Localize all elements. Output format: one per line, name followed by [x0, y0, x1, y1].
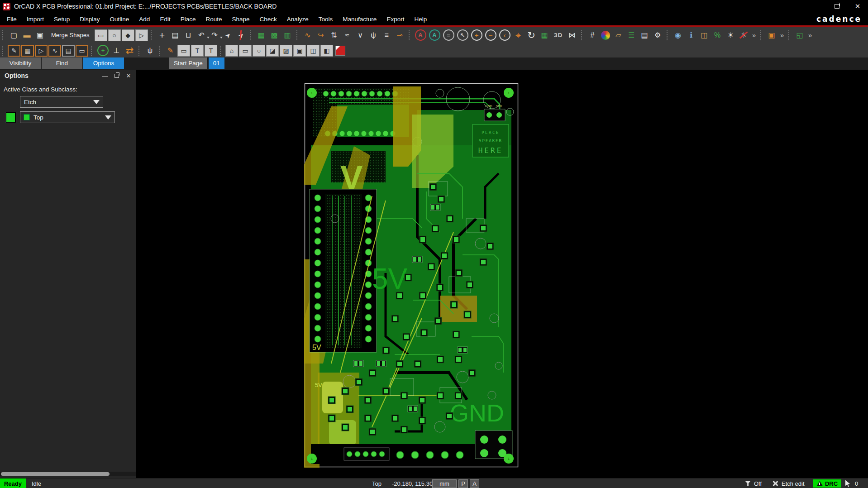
redraw-icon[interactable]: ↻ [525, 29, 538, 41]
shape-circle-icon[interactable]: ○ [108, 29, 121, 41]
reports-icon[interactable]: ▤ [639, 29, 651, 41]
tab-options[interactable]: Options [83, 57, 124, 69]
add-line-icon[interactable]: ✎ [164, 45, 176, 57]
place-connector-icon[interactable]: ▥ [281, 29, 294, 41]
signal-waveform-icon[interactable]: ∿ [48, 45, 61, 57]
panel-minimize-button[interactable]: — [101, 72, 109, 79]
close-button[interactable]: ✕ [847, 0, 868, 13]
place-component-icon[interactable]: ▩ [268, 29, 281, 41]
align-icon[interactable]: ⊥ [110, 45, 123, 57]
zoom-out-icon[interactable]: − [485, 29, 496, 41]
zoom-fit-icon[interactable]: ⌖ [512, 29, 525, 41]
shape-half-icon[interactable]: ◧ [320, 45, 333, 57]
menu-edit[interactable]: Edit [155, 14, 175, 25]
copy-special-icon[interactable]: ▤ [62, 45, 75, 57]
swap-icon[interactable]: ⇄ [124, 45, 136, 57]
unfix-icon[interactable]: ➤ [232, 27, 249, 43]
undo-icon[interactable]: ↶ [196, 29, 208, 41]
shadow-on-icon[interactable]: ☀ [725, 29, 737, 41]
scripts-icon[interactable]: ▣ [766, 29, 778, 41]
menu-add[interactable]: Add [134, 14, 155, 25]
shape-polygon-icon[interactable]: ◆ [122, 29, 134, 41]
parameters-icon[interactable]: ⚙ [652, 29, 664, 41]
delete-icon[interactable]: ⊔ [182, 29, 195, 41]
probe-icon[interactable]: ψ [144, 45, 156, 57]
class-dropdown[interactable]: Etch [20, 96, 103, 108]
menu-manufacture[interactable]: Manufacture [338, 14, 382, 25]
pick-mode-button[interactable]: P [458, 479, 468, 488]
more-overflow-chevron[interactable]: » [807, 29, 814, 41]
ripup-icon[interactable]: ⇅ [328, 29, 340, 41]
shape-polygon-mode-icon[interactable]: ⌂ [225, 45, 238, 57]
tab-find[interactable]: Find [42, 57, 82, 69]
menu-export[interactable]: Export [382, 14, 409, 25]
artwork-icon[interactable]: % [711, 29, 724, 41]
view-3d-button[interactable]: 3D [552, 29, 565, 41]
menu-analyze[interactable]: Analyze [282, 14, 314, 25]
shadow-off-icon[interactable]: ☀ [738, 29, 750, 41]
zoom-previous-icon[interactable]: ‹ [499, 29, 510, 41]
assign-shape-icon[interactable]: A [429, 29, 440, 41]
shape-dummy-icon[interactable]: ▣ [293, 45, 306, 57]
angle-mode-button[interactable]: A [470, 479, 479, 488]
edit-text-icon[interactable]: T [205, 45, 217, 57]
add-connect-icon[interactable]: ∿ [302, 29, 314, 41]
menu-tools[interactable]: Tools [314, 14, 338, 25]
panel-horizontal-scrollbar[interactable] [0, 472, 136, 476]
active-color-swatch[interactable] [335, 46, 345, 56]
tab-visibility[interactable]: Visibility [0, 57, 41, 69]
ratsnest-icon[interactable]: ψ [367, 29, 380, 41]
subclass-dropdown[interactable]: Top [20, 111, 115, 123]
slide-icon[interactable]: ↪ [315, 29, 327, 41]
minimize-button[interactable]: – [806, 0, 826, 13]
drc-status-badge[interactable]: DRC [813, 479, 841, 488]
edit-component-icon[interactable]: ▦ [21, 45, 34, 57]
add-text-icon[interactable]: T [191, 45, 204, 57]
edit-properties-icon[interactable]: ✎ [8, 45, 20, 57]
spread-lines-icon[interactable]: ≡ [381, 29, 393, 41]
info-report-icon[interactable]: ℹ [685, 29, 697, 41]
add-via-icon[interactable]: ⊸ [394, 29, 406, 41]
board-view-icon[interactable]: ▦ [539, 29, 551, 41]
vertex-icon[interactable]: ∨ [354, 29, 367, 41]
screen-copy-icon[interactable]: ▱ [612, 29, 625, 41]
restore-button[interactable] [826, 0, 847, 13]
zoom-selection-icon[interactable]: ↖ [457, 29, 468, 41]
panel-close-button[interactable]: ✕ [125, 72, 132, 79]
scrollbar-thumb[interactable] [1, 472, 110, 476]
shape-circle-box-icon[interactable]: ◫ [307, 45, 320, 57]
selection-filter-icon[interactable]: ▷ [35, 45, 48, 57]
zoom-net-icon[interactable]: + [97, 45, 109, 56]
save-drawing-icon[interactable]: ▣ [34, 29, 46, 41]
shape-circle-mode-icon[interactable]: ○ [253, 45, 265, 57]
menu-import[interactable]: Import [22, 14, 49, 25]
merge-shapes-button[interactable]: Merge Shapes [47, 29, 94, 41]
doc-tab-start-page[interactable]: Start Page [169, 57, 207, 69]
filter-status[interactable]: Off [745, 478, 762, 488]
copy-icon[interactable]: ▤ [169, 29, 181, 41]
doc-tab-01[interactable]: 01 [209, 57, 224, 69]
layer-stack-icon[interactable]: ☰ [625, 29, 638, 41]
menu-check[interactable]: Check [255, 14, 282, 25]
color-dialog-icon[interactable] [601, 31, 610, 40]
menu-place[interactable]: Place [176, 14, 201, 25]
menu-display[interactable]: Display [75, 14, 105, 25]
add-rect-icon[interactable]: ▭ [177, 45, 190, 57]
shape-select-mode-icon[interactable]: ◪ [266, 45, 279, 57]
units-button[interactable]: mm [432, 479, 457, 488]
web-publish-icon[interactable]: ◱ [794, 29, 806, 41]
shape-select-icon[interactable]: ▷ [135, 29, 148, 41]
menu-setup[interactable]: Setup [49, 14, 75, 25]
scripts-overflow-chevron[interactable]: » [779, 29, 786, 41]
property-list-icon[interactable]: ≡ [443, 29, 454, 41]
redo-icon[interactable]: ↷ [209, 29, 221, 41]
assign-net-icon[interactable]: A [415, 29, 426, 41]
shape-hatch-icon[interactable]: ▨ [280, 45, 292, 57]
delay-tune-icon[interactable]: ≈ [341, 29, 353, 41]
measure-3d-icon[interactable]: ◫ [698, 29, 711, 41]
edit-mode-status[interactable]: Etch edit [772, 478, 805, 488]
shape-rectangle-icon[interactable]: ▭ [95, 29, 107, 41]
menu-outline[interactable]: Outline [105, 14, 134, 25]
grid-toggle-icon[interactable]: # [587, 29, 599, 41]
place-module-icon[interactable]: ▦ [255, 29, 267, 41]
